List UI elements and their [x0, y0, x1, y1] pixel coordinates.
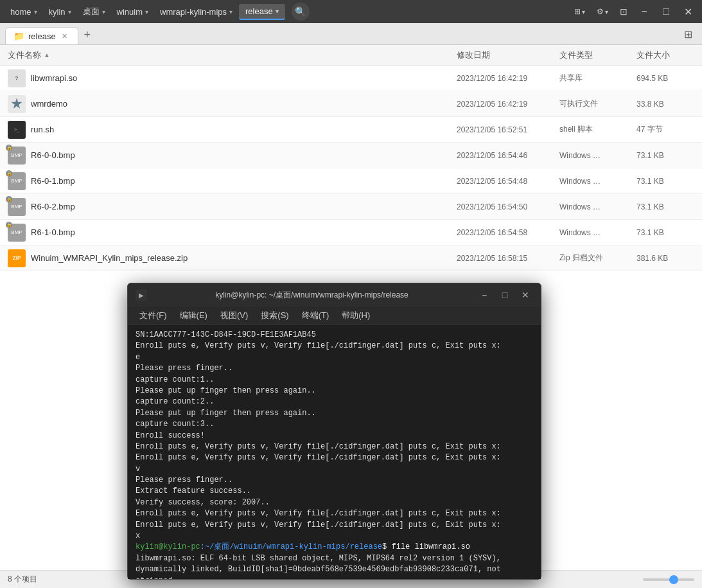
terminal-output-line: capture count:1.. — [136, 375, 533, 386]
file-icon-bmp: 🔒 BMP — [8, 224, 26, 242]
tab-layout-button[interactable]: ⊞ — [679, 26, 697, 42]
file-date: 2023/12/05 16:54:48 — [457, 177, 559, 186]
file-type: Windows … — [559, 228, 636, 237]
terminal-prompt-line: kylin@kylin-pc:~/桌面/winuim/wmrapi-kylin-… — [136, 542, 533, 553]
terminal-output-line: Enroll puts e, Verify puts v, Verify fil… — [136, 520, 533, 531]
tab-close-icon[interactable]: ✕ — [60, 31, 70, 41]
file-icon-zip: ZIP — [8, 249, 26, 267]
terminal-output-line: Enroll puts e, Verify puts v, Verify fil… — [136, 452, 533, 463]
file-icon-bmp: 🔒 BMP — [8, 198, 26, 216]
col-type-header[interactable]: 文件类型 — [559, 49, 636, 61]
zoom-slider[interactable] — [643, 578, 694, 581]
terminal-output-line: Please press finger.. — [136, 363, 533, 374]
table-row[interactable]: ? libwmrapi.so 2023/12/05 16:42:19 共享库 6… — [0, 66, 702, 91]
wmrapi-label: wmrapi-kylin-mips — [160, 7, 227, 17]
terminal-menu-item[interactable]: 视图(V) — [214, 307, 254, 324]
table-row[interactable]: 🔒 BMP R6-0-1.bmp 2023/12/05 16:54:48 Win… — [0, 168, 702, 194]
terminal-menu-item[interactable]: 搜索(S) — [254, 307, 295, 324]
home-label: home — [10, 7, 31, 17]
taskbar-item-kylin[interactable]: kylin ▾ — [44, 4, 76, 19]
file-type: Zip 归档文件 — [559, 253, 636, 263]
taskbar-item-wmrapi[interactable]: wmrapi-kylin-mips ▾ — [155, 4, 238, 19]
table-row[interactable]: wmrdemo 2023/12/05 16:42:19 可执行文件 33.8 K… — [0, 91, 702, 117]
terminal-menu-item[interactable]: 编辑(E) — [173, 307, 214, 324]
terminal-minimize-button[interactable]: − — [477, 287, 492, 303]
file-icon-bmp: 🔒 BMP — [8, 172, 26, 190]
file-size: 47 字节 — [636, 124, 694, 135]
terminal-output-line: stripped — [136, 576, 533, 579]
layout-icon: ⊡ — [620, 6, 627, 17]
col-size-header[interactable]: 文件大小 — [636, 49, 694, 61]
terminal-output-line: libwmrapi.so: ELF 64-bit LSB shared obje… — [136, 553, 533, 564]
maximize-button[interactable]: □ — [657, 3, 675, 21]
taskbar: home ▾ kylin ▾ 桌面 ▾ winuim ▾ wmrapi-kyli… — [0, 0, 702, 23]
taskbar-item-desktop[interactable]: 桌面 ▾ — [78, 3, 110, 20]
taskbar-item-release[interactable]: release ▾ — [239, 4, 285, 20]
terminal-output-line: Verify success, score: 2007.. — [136, 497, 533, 508]
terminal-menu-item[interactable]: 终端(T) — [295, 307, 336, 324]
file-date: 2023/12/05 16:42:19 — [457, 74, 559, 83]
tab-label: release — [28, 31, 56, 41]
maximize-icon: □ — [663, 6, 669, 17]
file-type: shell 脚本 — [559, 124, 636, 135]
toggle-layout-button[interactable]: ⊡ — [616, 4, 631, 19]
file-date: 2023/12/05 16:54:50 — [457, 202, 559, 211]
terminal-output-line: x — [136, 531, 533, 542]
file-name: R6-1-0.bmp — [31, 227, 457, 237]
table-row[interactable]: 🔒 BMP R6-0-2.bmp 2023/12/05 16:54:50 Win… — [0, 194, 702, 220]
taskbar-item-home[interactable]: home ▾ — [5, 4, 42, 19]
terminal-body[interactable]: SN:1AACC777-143C-D84F-19CD-FE1E3AF1AB45E… — [128, 325, 541, 579]
add-tab-button[interactable]: + — [78, 26, 96, 43]
terminal-app-icon: ▶ — [136, 289, 147, 301]
wmrapi-arrow: ▾ — [229, 8, 233, 15]
terminal-output-line: Enroll puts e, Verify puts v, Verify fil… — [136, 341, 533, 352]
terminal-maximize-button[interactable]: □ — [497, 287, 513, 303]
sort-icon: ⊞ — [574, 7, 581, 16]
terminal-output-line: e — [136, 352, 533, 363]
file-icon-so: ? — [8, 69, 26, 87]
col-date-header[interactable]: 修改日期 — [457, 49, 559, 61]
desktop-label: 桌面 — [83, 6, 100, 17]
terminal-output-line: Please press finger.. — [136, 475, 533, 486]
terminal-title: kylin@kylin-pc: ~/桌面/winuim/wmrapi-kylin… — [152, 290, 471, 301]
file-type: Windows … — [559, 202, 636, 211]
minimize-button[interactable]: − — [635, 3, 653, 21]
file-date: 2023/12/05 16:54:46 — [457, 151, 559, 160]
terminal-menu-item[interactable]: 文件(F) — [133, 307, 173, 324]
filter-icon: ⚙ — [597, 7, 604, 16]
home-arrow: ▾ — [34, 8, 37, 15]
close-icon: ✕ — [684, 6, 692, 18]
close-button[interactable]: ✕ — [679, 3, 697, 21]
table-row[interactable]: >_ run.sh 2023/12/05 16:52:51 shell 脚本 4… — [0, 117, 702, 143]
file-type: Windows … — [559, 177, 636, 186]
col-name-header[interactable]: 文件名称 ▲ — [8, 49, 457, 61]
search-button[interactable]: 🔍 — [292, 3, 310, 21]
tab-folder-icon: 📁 — [13, 31, 24, 41]
file-date: 2023/12/05 16:52:51 — [457, 125, 559, 134]
terminal-output-line: Enroll success! — [136, 431, 533, 441]
filter-button[interactable]: ⚙ ▾ — [593, 5, 612, 18]
file-size: 694.5 KB — [636, 74, 694, 83]
file-name: R6-0-0.bmp — [31, 150, 457, 160]
table-row[interactable]: 🔒 BMP R6-1-0.bmp 2023/12/05 16:54:58 Win… — [0, 220, 702, 245]
winuim-arrow: ▾ — [145, 8, 148, 15]
table-row[interactable]: 🔒 BMP R6-0-0.bmp 2023/12/05 16:54:46 Win… — [0, 143, 702, 168]
tab-release[interactable]: 📁 release ✕ — [5, 27, 78, 44]
terminal-output-line: v — [136, 464, 533, 475]
slider-thumb[interactable] — [669, 575, 678, 584]
sort-button[interactable]: ⊞ ▾ — [570, 5, 589, 18]
winuim-label: winuim — [117, 7, 143, 17]
file-type: Windows … — [559, 151, 636, 160]
terminal-output-line: capture count:2.. — [136, 396, 533, 407]
terminal-menubar: 文件(F)编辑(E)视图(V)搜索(S)终端(T)帮助(H) — [128, 307, 541, 325]
release-label: release — [245, 6, 273, 16]
terminal-output-line: SN:1AACC777-143C-D84F-19CD-FE1E3AF1AB45 — [136, 330, 533, 341]
table-row[interactable]: ZIP Winuim_WMRAPI_Kylin_mips_release.zip… — [0, 245, 702, 271]
terminal-close-button[interactable]: ✕ — [518, 287, 533, 303]
kylin-label: kylin — [49, 7, 66, 17]
terminal-output-line: Extract feature success.. — [136, 486, 533, 497]
release-arrow: ▾ — [276, 8, 279, 15]
file-date: 2023/12/05 16:54:58 — [457, 228, 559, 237]
terminal-menu-item[interactable]: 帮助(H) — [335, 307, 376, 324]
taskbar-item-winuim[interactable]: winuim ▾ — [112, 4, 154, 19]
